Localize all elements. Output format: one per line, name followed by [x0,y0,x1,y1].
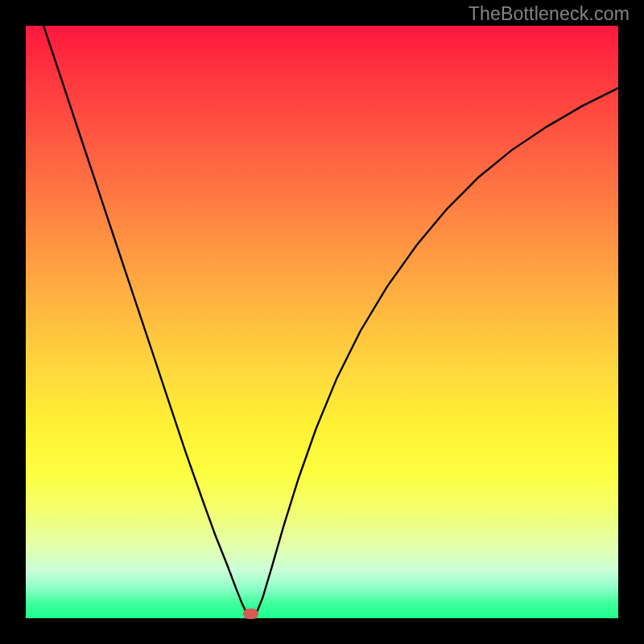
min-point-marker [243,609,258,619]
watermark-text: TheBottleneck.com [469,3,630,25]
curve-path [43,26,618,618]
chart-frame: TheBottleneck.com [0,0,644,644]
bottleneck-curve [26,26,618,618]
plot-area [26,26,618,618]
